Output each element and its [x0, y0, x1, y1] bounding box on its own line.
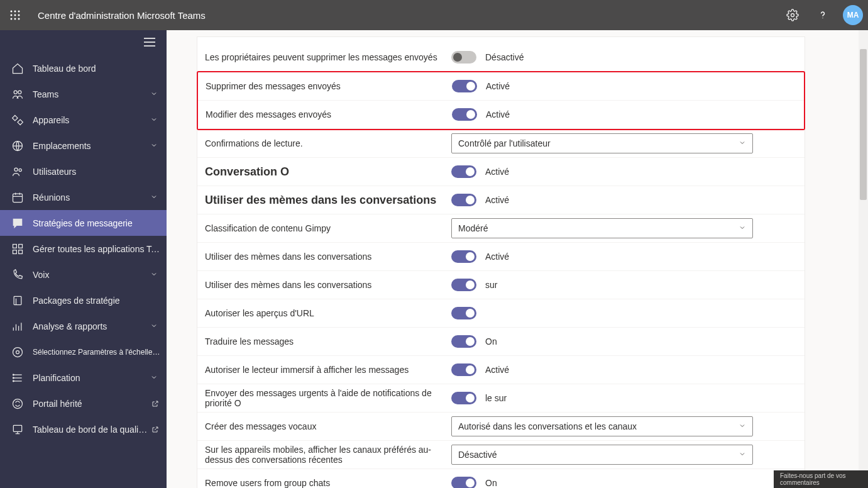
setting-row: Créer des messages vocauxAutorisé dans l…: [197, 413, 805, 441]
setting-row: Utiliser des mèmes dans les conversation…: [197, 186, 805, 214]
sidebar-item-label: Appareils: [33, 115, 150, 125]
dropdown[interactable]: Désactivé: [451, 445, 753, 465]
sidebar-item-phone[interactable]: Voix: [0, 262, 167, 287]
sidebar-item-apps[interactable]: Gérer toutes les applications Teams: [0, 236, 167, 262]
setting-row: Traduire les messagesOn: [197, 328, 805, 356]
sidebar-item-analytics[interactable]: Analyse & rapports: [0, 313, 167, 339]
user-avatar[interactable]: MA: [843, 5, 863, 25]
chevron-down-icon: [150, 270, 160, 280]
sidebar-item-label: Réunions: [33, 192, 150, 202]
planning-icon: [11, 372, 24, 384]
help-icon[interactable]: [813, 5, 833, 25]
svg-point-2: [18, 11, 20, 13]
scrollbar[interactable]: [859, 30, 868, 488]
dropdown-value: Autorisé dans les conversations et les c…: [458, 421, 637, 431]
sidebar-item-home[interactable]: Tableau de bord: [0, 55, 167, 81]
sidebar-item-chat[interactable]: Stratégies de messagerie: [0, 210, 167, 236]
setting-row: Utiliser des mèmes dans les conversation…: [197, 271, 805, 299]
toggle-switch[interactable]: [451, 392, 476, 404]
waffle-icon[interactable]: [5, 5, 25, 25]
sidebar-item-label: Stratégies de messagerie: [33, 218, 160, 228]
setting-control: Activé: [451, 165, 797, 178]
setting-control: Modéré: [451, 218, 797, 238]
sidebar-item-label: Utilisateurs: [33, 167, 160, 177]
toggle-state-label: Activé: [485, 195, 509, 205]
svg-point-0: [11, 11, 13, 13]
feedback-label: Faites-nous part de vos commentaires: [780, 472, 862, 486]
dropdown[interactable]: Autorisé dans les conversations et les c…: [451, 416, 753, 436]
sidebar-item-calendar[interactable]: Réunions: [0, 184, 167, 210]
feedback-tab[interactable]: Faites-nous part de vos commentaires: [774, 470, 868, 488]
setting-control: sur: [451, 279, 797, 291]
setting-label: Modifier des messages envoyés: [206, 109, 452, 119]
toggle-state-label: Activé: [485, 365, 509, 375]
globe-icon: [11, 140, 24, 152]
sidebar-item-devices[interactable]: Appareils: [0, 107, 167, 133]
toggle-switch[interactable]: [451, 51, 476, 64]
svg-point-19: [19, 169, 21, 171]
toggle-state-label: Activé: [485, 252, 509, 262]
sidebar-item-teams[interactable]: Teams: [0, 81, 167, 107]
sidebar-item-label: Voix: [33, 270, 150, 280]
sidebar-item-org-settings[interactable]: Sélectionnez Paramètres à l'échelle de l…: [0, 339, 167, 365]
toggle-state-label: Désactivé: [485, 52, 524, 62]
sidebar-item-label: Analyse & rapports: [33, 321, 150, 331]
svg-point-9: [791, 14, 794, 17]
svg-rect-26: [13, 250, 17, 253]
toggle-switch[interactable]: [451, 250, 476, 263]
setting-label: Autoriser le lecteur immersif à afficher…: [205, 365, 451, 375]
setting-row: Les propriétaires peuvent supprimer les …: [197, 43, 805, 72]
highlighted-settings-box: Supprimer des messages envoyésActivéModi…: [197, 71, 805, 130]
svg-point-15: [14, 91, 17, 94]
toggle-switch[interactable]: [452, 108, 477, 121]
setting-label: Conversation O: [205, 165, 451, 179]
toggle-switch[interactable]: [451, 165, 476, 178]
toggle-switch[interactable]: [451, 335, 476, 348]
quality-icon: [11, 423, 24, 436]
toggle-switch[interactable]: [451, 194, 476, 206]
scrollbar-thumb[interactable]: [860, 49, 867, 200]
toggle-state-label: sur: [485, 280, 497, 290]
toggle-state-label: On: [485, 336, 497, 347]
sidebar-item-label: Portail hérité: [33, 399, 148, 409]
toggle-state-label: Activé: [486, 81, 510, 91]
svg-point-40: [13, 377, 14, 379]
setting-label: Supprimer des messages envoyés: [206, 81, 452, 91]
chevron-down-icon: [150, 115, 160, 125]
setting-control: Activé: [452, 80, 796, 92]
setting-control: On: [451, 477, 797, 488]
sidebar-item-users[interactable]: Utilisateurs: [0, 158, 167, 184]
toggle-switch[interactable]: [451, 279, 476, 291]
svg-rect-20: [13, 194, 23, 202]
package-icon: [11, 294, 24, 307]
setting-label: Traduire les messages: [205, 336, 451, 347]
settings-icon[interactable]: [783, 5, 803, 25]
sidebar-item-package[interactable]: Packages de stratégie: [0, 287, 167, 313]
dropdown-value: Contrôlé par l'utilisateur: [458, 138, 551, 148]
calendar-icon: [11, 191, 24, 204]
toggle-switch[interactable]: [451, 307, 476, 319]
toggle-switch[interactable]: [451, 363, 476, 376]
setting-row: Sur les appareils mobiles, afficher les …: [197, 441, 805, 469]
sidebar-item-globe[interactable]: Emplacements: [0, 133, 167, 158]
sidebar-item-legacy[interactable]: Portail hérité: [0, 391, 167, 416]
toggle-switch[interactable]: [452, 80, 477, 92]
devices-icon: [11, 114, 24, 126]
external-link-icon: [151, 425, 160, 434]
app-header: Centre d'administration Microsoft Teams …: [0, 0, 868, 30]
svg-rect-27: [19, 250, 23, 253]
setting-row: Envoyer des messages urgents à l'aide de…: [197, 384, 805, 413]
toggle-switch[interactable]: [451, 477, 476, 488]
sidebar-item-label: Planification: [33, 373, 150, 383]
setting-control: le sur: [451, 392, 797, 404]
dropdown[interactable]: Contrôlé par l'utilisateur: [451, 133, 753, 153]
chevron-down-icon: [150, 192, 160, 202]
sidebar-item-quality[interactable]: Tableau de bord de la qualité des appels: [0, 416, 167, 442]
sidebar-item-planning[interactable]: Planification: [0, 365, 167, 391]
svg-point-3: [11, 14, 13, 16]
hamburger-icon[interactable]: [144, 38, 155, 48]
setting-label: Autoriser les aperçus d'URL: [205, 308, 451, 318]
toggle-state-label: le sur: [485, 393, 507, 403]
dropdown[interactable]: Modéré: [451, 218, 753, 238]
svg-point-8: [18, 18, 20, 20]
